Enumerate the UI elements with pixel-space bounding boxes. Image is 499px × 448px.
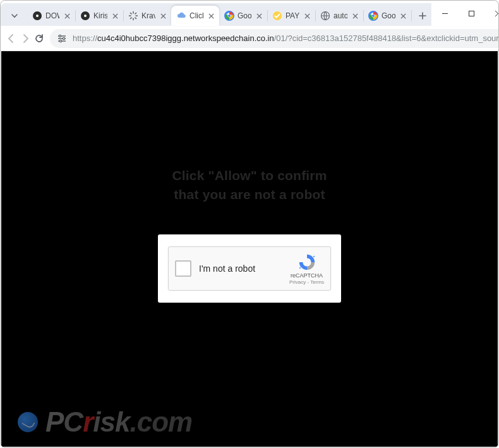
svg-point-1: [36, 15, 39, 17]
recaptcha-links[interactable]: Privacy - Terms: [289, 279, 324, 285]
tab-close-button[interactable]: [207, 11, 215, 20]
recaptcha-brand-name: reCAPTCHA: [291, 272, 323, 279]
reload-icon: [33, 33, 45, 44]
url-host: cu4c4i0hubcc7398iggg.networkspeedchain.c…: [97, 33, 274, 43]
tab-title: auto-l: [334, 11, 347, 20]
url-protocol: https://: [73, 33, 97, 43]
minimize-icon: [442, 10, 448, 17]
captcha-card: I'm not a robot reCAPTCHA Privacy - Term…: [158, 234, 341, 303]
tab-close-button[interactable]: [351, 11, 359, 20]
tab-auto-l[interactable]: auto-l: [315, 6, 363, 26]
cloud-icon: [176, 11, 186, 21]
svg-point-19: [372, 15, 375, 17]
tab-click-allow[interactable]: Click ": [171, 6, 219, 26]
tab-strip: DOWN KirisTV Kraver Click " Googl: [1, 3, 431, 26]
site-info-button[interactable]: [56, 33, 68, 44]
svg-point-3: [84, 15, 87, 17]
circle-dark-icon: [80, 11, 90, 21]
arrow-right-icon: [20, 33, 31, 44]
svg-point-22: [63, 37, 64, 39]
tune-icon: [57, 33, 67, 44]
window-maximize-button[interactable]: [458, 1, 484, 26]
page-content: Click "Allow" to confirm that you are no…: [1, 51, 498, 447]
hero-line-1: Click "Allow" to confirm: [1, 166, 498, 185]
window-controls: [431, 1, 499, 26]
tab-close-button[interactable]: [255, 11, 263, 20]
nav-reload-button[interactable]: [33, 28, 45, 49]
hero-text: Click "Allow" to confirm that you are no…: [1, 166, 498, 205]
tab-kiristv[interactable]: KirisTV: [75, 6, 123, 26]
tab-kraver[interactable]: Kraver: [123, 6, 171, 26]
svg-line-11: [135, 13, 136, 14]
watermark-badge-icon: [18, 412, 38, 432]
new-tab-button[interactable]: [414, 7, 431, 25]
google-icon: [368, 11, 378, 21]
tab-title: Googl: [237, 11, 251, 20]
tab-title: DOWN: [45, 11, 59, 20]
url-path: /01/?cid=c36813a152785f488418&list=6&ext…: [274, 33, 499, 43]
window-titlebar: DOWN KirisTV Kraver Click " Googl: [1, 1, 498, 26]
circle-dark-icon: [32, 11, 42, 21]
svg-point-14: [228, 15, 231, 17]
recaptcha-widget[interactable]: I'm not a robot reCAPTCHA Privacy - Term…: [168, 246, 331, 291]
web-viewport: Click "Allow" to confirm that you are no…: [1, 51, 498, 447]
tab-down[interactable]: DOWN: [27, 6, 75, 26]
tab-google-2[interactable]: Googl: [363, 6, 411, 26]
tab-close-button[interactable]: [159, 11, 167, 20]
tab-close-button[interactable]: [63, 11, 71, 20]
svg-line-9: [135, 18, 136, 19]
plus-icon: [419, 12, 426, 20]
address-bar[interactable]: https://cu4c4i0hubcc7398iggg.networkspee…: [50, 29, 499, 48]
check-yellow-icon: [272, 11, 282, 21]
nav-back-button[interactable]: [6, 28, 17, 49]
arrow-left-icon: [6, 33, 17, 44]
watermark-text: PCrisk.com: [45, 406, 192, 438]
maximize-icon: [468, 10, 475, 17]
window-minimize-button[interactable]: [431, 1, 458, 26]
tab-title: Click ": [189, 11, 203, 20]
tab-payme[interactable]: PAYME: [267, 6, 315, 26]
recaptcha-icon: [298, 253, 316, 272]
loading-icon: [128, 11, 138, 21]
hero-line-2: that you are not a robot: [1, 185, 498, 204]
recaptcha-label: I'm not a robot: [199, 263, 289, 274]
recaptcha-brand: reCAPTCHA Privacy - Terms: [289, 253, 324, 285]
tab-title: KirisTV: [93, 11, 107, 20]
svg-line-8: [130, 13, 131, 14]
svg-rect-20: [469, 11, 474, 16]
window-close-button[interactable]: [484, 1, 499, 26]
tab-close-button[interactable]: [303, 11, 311, 20]
tab-title: Kraver: [141, 11, 155, 20]
tab-search-button[interactable]: [6, 7, 23, 25]
svg-line-10: [130, 18, 131, 19]
globe-icon: [320, 11, 330, 21]
svg-point-21: [59, 35, 61, 37]
tab-close-button[interactable]: [111, 11, 119, 20]
tab-google-1[interactable]: Googl: [219, 6, 267, 26]
recaptcha-checkbox[interactable]: [175, 260, 191, 277]
chevron-down-icon: [11, 12, 18, 20]
tab-title: Googl: [382, 11, 395, 20]
nav-forward-button[interactable]: [20, 28, 31, 49]
tab-title: PAYME: [286, 11, 299, 20]
browser-toolbar: https://cu4c4i0hubcc7398iggg.networkspee…: [1, 26, 498, 51]
svg-point-23: [59, 40, 61, 42]
google-icon: [224, 11, 234, 21]
url-text: https://cu4c4i0hubcc7398iggg.networkspee…: [73, 33, 499, 43]
close-icon: [495, 10, 500, 17]
tab-close-button[interactable]: [399, 11, 407, 20]
watermark: PCrisk.com: [18, 406, 192, 438]
